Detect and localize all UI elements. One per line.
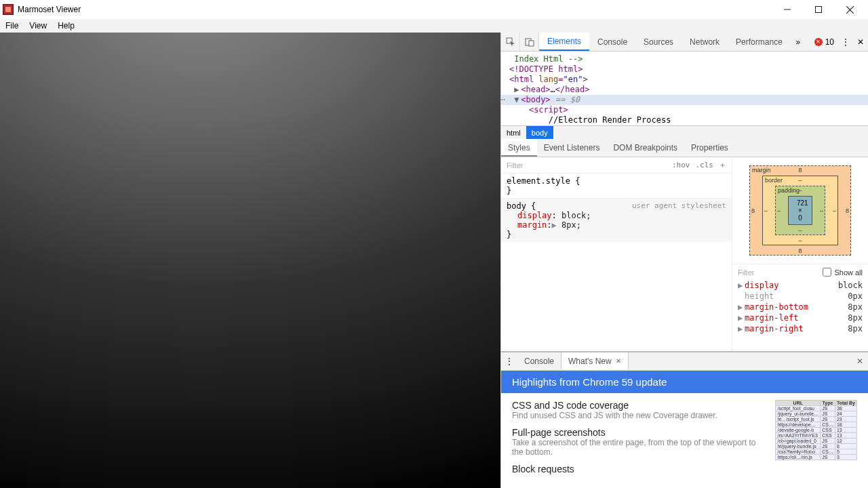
- maximize-button[interactable]: [803, 0, 834, 19]
- css-selector: element.style {: [507, 176, 726, 186]
- styles-filter-input[interactable]: Filter: [507, 161, 523, 169]
- css-brace: }: [507, 186, 726, 195]
- dom-line-selected[interactable]: ▼<body> == $0: [501, 95, 868, 105]
- css-val: block;: [561, 211, 591, 220]
- dom-line[interactable]: <script>: [501, 105, 868, 115]
- app-icon: [3, 4, 14, 15]
- styles-tab-eventlisteners[interactable]: Event Listeners: [537, 139, 607, 157]
- tab-network[interactable]: Network: [682, 33, 728, 51]
- dom-line[interactable]: <html lang="en">: [501, 75, 868, 85]
- computed-row[interactable]: height0px: [732, 291, 868, 302]
- whatsnew-thumbnail: URLTypeTotal By/script_foot_closuJS38/jq…: [775, 400, 857, 481]
- tab-sources[interactable]: Sources: [635, 33, 682, 51]
- whatsnew-list: CSS and JS code coverageFind unused CSS …: [512, 400, 762, 481]
- devtools-close-icon[interactable]: ✕: [853, 33, 868, 51]
- drawer: ⋮ Console What's New✕ ✕ Highlights from …: [501, 351, 868, 488]
- drawer-menu-icon[interactable]: ⋮: [501, 352, 517, 370]
- drawer-close-icon[interactable]: ✕: [852, 352, 868, 370]
- svg-rect-1: [816, 7, 822, 13]
- dom-tree[interactable]: Index Html --> <!DOCTYPE html> <html lan…: [501, 52, 868, 125]
- dom-line[interactable]: Index Html -->: [501, 54, 868, 64]
- devtools-tabbar: Elements Console Sources Network Perform…: [501, 33, 868, 52]
- cls-toggle[interactable]: .cls: [696, 161, 714, 169]
- styles-panel: Filter :hov .cls ＋ element.style { } use…: [501, 157, 732, 351]
- breadcrumb: html body: [501, 125, 868, 139]
- device-toolbar-icon[interactable]: [520, 33, 539, 51]
- computed-row[interactable]: ▶margin-bottom8px: [732, 302, 868, 312]
- tab-console[interactable]: Console: [589, 33, 635, 51]
- close-button[interactable]: [834, 0, 865, 19]
- dom-line[interactable]: ▶<head>…</head>: [501, 85, 868, 95]
- css-prop: display: [517, 211, 552, 220]
- styles-tab-properties[interactable]: Properties: [684, 139, 735, 157]
- styles-tab-dombreakpoints[interactable]: DOM Breakpoints: [606, 139, 684, 157]
- computed-row[interactable]: ▶displayblock: [732, 280, 868, 291]
- whatsnew-item[interactable]: Block requests: [512, 464, 762, 474]
- close-icon[interactable]: ✕: [616, 357, 621, 365]
- menu-help[interactable]: Help: [58, 21, 75, 30]
- crumb-body[interactable]: body: [526, 126, 553, 139]
- drawer-tab-console[interactable]: Console: [517, 352, 561, 370]
- devtools: Elements Console Sources Network Perform…: [500, 33, 868, 488]
- menu-view[interactable]: View: [29, 21, 47, 30]
- box-model[interactable]: margin 8 8 8 8 border – – – –: [732, 157, 868, 264]
- tab-elements[interactable]: Elements: [539, 33, 589, 51]
- viewer-canvas[interactable]: [0, 33, 500, 488]
- show-all-checkbox[interactable]: Show all: [823, 268, 863, 277]
- error-badge[interactable]: ✕10: [810, 33, 838, 51]
- dom-line[interactable]: //Electron Render Process: [501, 115, 868, 125]
- menubar: File View Help: [0, 19, 868, 33]
- css-brace: }: [507, 230, 726, 239]
- whatsnew-banner: Highlights from Chrome 59 update: [501, 371, 868, 393]
- css-rule[interactable]: user agent stylesheet body { display: bl…: [501, 198, 732, 242]
- inspect-element-icon[interactable]: [501, 33, 520, 51]
- drawer-tab-whatsnew[interactable]: What's New✕: [561, 352, 629, 370]
- css-val: 8px;: [561, 220, 581, 230]
- minimize-button[interactable]: [772, 0, 803, 19]
- add-rule-icon[interactable]: ＋: [719, 160, 726, 170]
- computed-list[interactable]: ▶displayblockheight0px▶margin-bottom8px▶…: [732, 280, 868, 334]
- whatsnew-item[interactable]: Full-page screenshotsTake a screenshot o…: [512, 427, 762, 457]
- computed-panel: margin 8 8 8 8 border – – – –: [732, 157, 868, 351]
- computed-filter-input[interactable]: Filter: [738, 268, 754, 277]
- styles-tab-styles[interactable]: Styles: [501, 139, 537, 157]
- styles-tabbar: Styles Event Listeners DOM Breakpoints P…: [501, 139, 868, 157]
- css-rule[interactable]: element.style { }: [501, 174, 732, 198]
- css-source: user agent stylesheet: [632, 201, 726, 210]
- whatsnew-item[interactable]: CSS and JS code coverageFind unused CSS …: [512, 400, 762, 420]
- hov-toggle[interactable]: :hov: [672, 161, 690, 169]
- svg-rect-6: [529, 41, 534, 46]
- menu-file[interactable]: File: [5, 21, 18, 30]
- titlebar: Marmoset Viewer: [0, 0, 868, 19]
- tab-performance[interactable]: Performance: [728, 33, 791, 51]
- crumb-html[interactable]: html: [501, 126, 526, 139]
- error-count: 10: [825, 37, 834, 47]
- dom-line[interactable]: <!DOCTYPE html>: [501, 64, 868, 75]
- window-title: Marmoset Viewer: [18, 5, 81, 14]
- css-prop: margin: [517, 220, 547, 230]
- box-content-size: 721 × 0: [788, 196, 812, 225]
- devtools-menu-icon[interactable]: ⋮: [838, 33, 853, 51]
- more-tabs-icon[interactable]: »: [791, 33, 806, 51]
- computed-row[interactable]: ▶margin-right8px: [732, 323, 868, 334]
- computed-row[interactable]: ▶margin-left8px: [732, 312, 868, 323]
